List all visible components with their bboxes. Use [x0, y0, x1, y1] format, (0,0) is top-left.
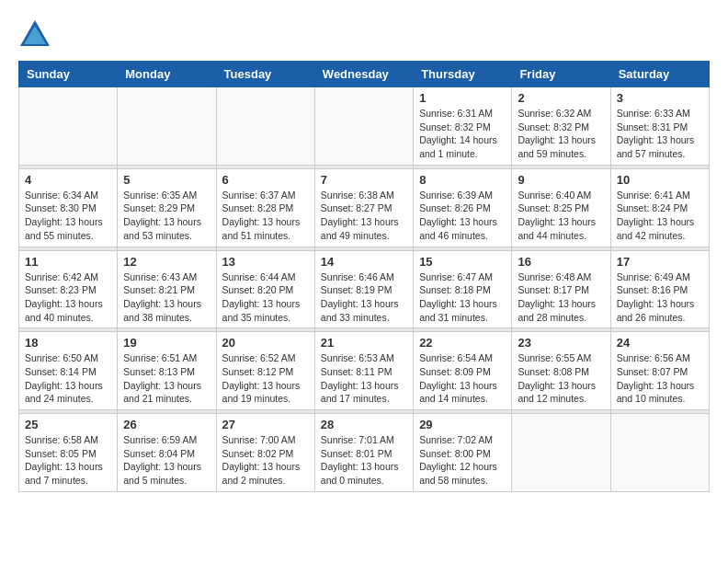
day-header-friday: Friday: [512, 62, 610, 87]
day-info: Sunrise: 6:31 AM Sunset: 8:32 PM Dayligh…: [419, 107, 506, 161]
day-number: 27: [222, 418, 309, 431]
calendar-week-5: 25Sunrise: 6:58 AM Sunset: 8:05 PM Dayli…: [19, 414, 710, 492]
day-number: 29: [419, 418, 506, 431]
day-number: 22: [419, 336, 506, 350]
calendar-cell: [118, 87, 216, 166]
calendar-cell: 14Sunrise: 6:46 AM Sunset: 8:19 PM Dayli…: [314, 250, 413, 328]
calendar-week-3: 11Sunrise: 6:42 AM Sunset: 8:23 PM Dayli…: [19, 250, 710, 328]
calendar-cell: 19Sunrise: 6:51 AM Sunset: 8:13 PM Dayli…: [118, 332, 216, 410]
day-number: 2: [518, 91, 604, 105]
day-info: Sunrise: 6:44 AM Sunset: 8:20 PM Dayligh…: [222, 270, 309, 325]
day-info: Sunrise: 7:02 AM Sunset: 8:00 PM Dayligh…: [419, 433, 506, 488]
day-info: Sunrise: 6:53 AM Sunset: 8:11 PM Dayligh…: [321, 351, 407, 406]
calendar-cell: 29Sunrise: 7:02 AM Sunset: 8:00 PM Dayli…: [414, 414, 512, 492]
calendar-cell: 27Sunrise: 7:00 AM Sunset: 8:02 PM Dayli…: [216, 414, 314, 492]
day-info: Sunrise: 6:51 AM Sunset: 8:13 PM Dayligh…: [123, 351, 210, 406]
calendar-cell: 16Sunrise: 6:48 AM Sunset: 8:17 PM Dayli…: [512, 250, 610, 328]
day-info: Sunrise: 6:58 AM Sunset: 8:05 PM Dayligh…: [25, 433, 111, 488]
logo: [18, 18, 57, 52]
calendar-cell: 20Sunrise: 6:52 AM Sunset: 8:12 PM Dayli…: [216, 332, 314, 410]
day-info: Sunrise: 6:32 AM Sunset: 8:32 PM Dayligh…: [518, 107, 604, 161]
day-number: 13: [222, 255, 309, 269]
day-number: 14: [321, 255, 407, 269]
day-number: 23: [518, 336, 604, 350]
calendar-cell: 26Sunrise: 6:59 AM Sunset: 8:04 PM Dayli…: [118, 414, 216, 492]
day-info: Sunrise: 6:33 AM Sunset: 8:31 PM Dayligh…: [617, 107, 703, 161]
day-info: Sunrise: 6:55 AM Sunset: 8:08 PM Dayligh…: [518, 351, 604, 406]
day-header-tuesday: Tuesday: [216, 62, 314, 87]
day-number: 15: [419, 255, 506, 269]
day-number: 25: [25, 418, 111, 431]
page-header: [18, 18, 710, 52]
day-header-monday: Monday: [118, 62, 216, 87]
day-header-wednesday: Wednesday: [314, 62, 413, 87]
calendar-cell: 17Sunrise: 6:49 AM Sunset: 8:16 PM Dayli…: [610, 250, 709, 328]
calendar-cell: 7Sunrise: 6:38 AM Sunset: 8:27 PM Daylig…: [314, 168, 413, 247]
calendar-cell: 11Sunrise: 6:42 AM Sunset: 8:23 PM Dayli…: [19, 250, 118, 328]
day-number: 10: [617, 173, 703, 187]
day-number: 18: [25, 336, 111, 350]
calendar-cell: 15Sunrise: 6:47 AM Sunset: 8:18 PM Dayli…: [414, 250, 512, 328]
day-header-saturday: Saturday: [610, 62, 709, 87]
calendar-cell: [610, 414, 709, 492]
calendar-week-1: 1Sunrise: 6:31 AM Sunset: 8:32 PM Daylig…: [19, 87, 710, 166]
day-header-sunday: Sunday: [19, 62, 118, 87]
day-info: Sunrise: 6:47 AM Sunset: 8:18 PM Dayligh…: [419, 270, 506, 325]
day-number: 7: [321, 173, 407, 187]
day-info: Sunrise: 6:41 AM Sunset: 8:24 PM Dayligh…: [617, 189, 703, 243]
day-info: Sunrise: 6:40 AM Sunset: 8:25 PM Dayligh…: [518, 189, 604, 243]
day-number: 21: [321, 336, 407, 350]
day-info: Sunrise: 6:52 AM Sunset: 8:12 PM Dayligh…: [222, 351, 309, 406]
calendar-cell: 5Sunrise: 6:35 AM Sunset: 8:29 PM Daylig…: [118, 168, 216, 247]
calendar-cell: [19, 87, 118, 166]
calendar-cell: 6Sunrise: 6:37 AM Sunset: 8:28 PM Daylig…: [216, 168, 314, 247]
day-number: 4: [25, 173, 111, 187]
calendar-header-row: SundayMondayTuesdayWednesdayThursdayFrid…: [19, 62, 710, 87]
day-info: Sunrise: 7:00 AM Sunset: 8:02 PM Dayligh…: [222, 433, 309, 488]
day-number: 20: [222, 336, 309, 350]
calendar-cell: 10Sunrise: 6:41 AM Sunset: 8:24 PM Dayli…: [610, 168, 709, 247]
calendar-cell: 13Sunrise: 6:44 AM Sunset: 8:20 PM Dayli…: [216, 250, 314, 328]
day-number: 19: [123, 336, 210, 350]
day-info: Sunrise: 6:39 AM Sunset: 8:26 PM Dayligh…: [419, 189, 506, 243]
day-number: 17: [617, 255, 703, 269]
day-number: 12: [123, 255, 210, 269]
calendar-cell: 28Sunrise: 7:01 AM Sunset: 8:01 PM Dayli…: [314, 414, 413, 492]
calendar-cell: 22Sunrise: 6:54 AM Sunset: 8:09 PM Dayli…: [414, 332, 512, 410]
day-info: Sunrise: 7:01 AM Sunset: 8:01 PM Dayligh…: [321, 433, 407, 488]
day-number: 28: [321, 418, 407, 431]
day-number: 26: [123, 418, 210, 431]
calendar-cell: 18Sunrise: 6:50 AM Sunset: 8:14 PM Dayli…: [19, 332, 118, 410]
day-info: Sunrise: 6:48 AM Sunset: 8:17 PM Dayligh…: [518, 270, 604, 325]
day-info: Sunrise: 6:38 AM Sunset: 8:27 PM Dayligh…: [321, 189, 407, 243]
day-info: Sunrise: 6:43 AM Sunset: 8:21 PM Dayligh…: [123, 270, 210, 325]
calendar: SundayMondayTuesdayWednesdayThursdayFrid…: [18, 61, 710, 492]
calendar-week-2: 4Sunrise: 6:34 AM Sunset: 8:30 PM Daylig…: [19, 168, 710, 247]
day-info: Sunrise: 6:49 AM Sunset: 8:16 PM Dayligh…: [617, 270, 703, 325]
calendar-cell: 25Sunrise: 6:58 AM Sunset: 8:05 PM Dayli…: [19, 414, 118, 492]
calendar-cell: [314, 87, 413, 166]
logo-icon: [18, 18, 51, 52]
calendar-cell: 9Sunrise: 6:40 AM Sunset: 8:25 PM Daylig…: [512, 168, 610, 247]
calendar-cell: 2Sunrise: 6:32 AM Sunset: 8:32 PM Daylig…: [512, 87, 610, 166]
calendar-cell: 4Sunrise: 6:34 AM Sunset: 8:30 PM Daylig…: [19, 168, 118, 247]
day-info: Sunrise: 6:54 AM Sunset: 8:09 PM Dayligh…: [419, 351, 506, 406]
day-number: 8: [419, 173, 506, 187]
calendar-cell: 12Sunrise: 6:43 AM Sunset: 8:21 PM Dayli…: [118, 250, 216, 328]
day-info: Sunrise: 6:34 AM Sunset: 8:30 PM Dayligh…: [25, 189, 111, 243]
calendar-cell: 23Sunrise: 6:55 AM Sunset: 8:08 PM Dayli…: [512, 332, 610, 410]
day-info: Sunrise: 6:50 AM Sunset: 8:14 PM Dayligh…: [25, 351, 111, 406]
calendar-cell: 24Sunrise: 6:56 AM Sunset: 8:07 PM Dayli…: [610, 332, 709, 410]
day-number: 24: [617, 336, 703, 350]
day-info: Sunrise: 6:42 AM Sunset: 8:23 PM Dayligh…: [25, 270, 111, 325]
day-number: 5: [123, 173, 210, 187]
calendar-cell: 3Sunrise: 6:33 AM Sunset: 8:31 PM Daylig…: [610, 87, 709, 166]
day-info: Sunrise: 6:35 AM Sunset: 8:29 PM Dayligh…: [123, 189, 210, 243]
calendar-cell: 8Sunrise: 6:39 AM Sunset: 8:26 PM Daylig…: [414, 168, 512, 247]
day-info: Sunrise: 6:56 AM Sunset: 8:07 PM Dayligh…: [617, 351, 703, 406]
day-number: 9: [518, 173, 604, 187]
day-number: 3: [617, 91, 703, 105]
day-number: 16: [518, 255, 604, 269]
day-info: Sunrise: 6:46 AM Sunset: 8:19 PM Dayligh…: [321, 270, 407, 325]
calendar-cell: 21Sunrise: 6:53 AM Sunset: 8:11 PM Dayli…: [314, 332, 413, 410]
